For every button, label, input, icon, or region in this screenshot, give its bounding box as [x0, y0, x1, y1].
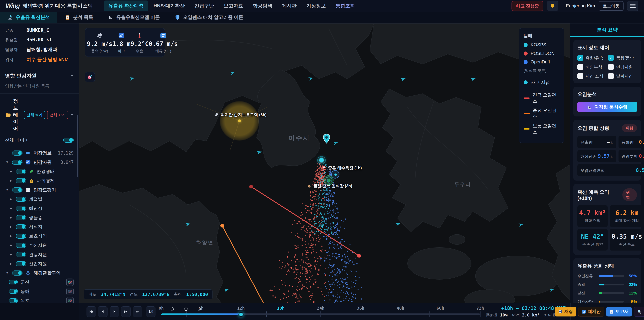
caret-icon[interactable]: ▼	[5, 188, 10, 192]
checkbox-checked-icon[interactable]: ✓	[578, 55, 583, 61]
caret-icon[interactable]: ▼	[5, 271, 10, 275]
layer-toggle[interactable]	[12, 151, 22, 156]
layer-toggle[interactable]	[16, 178, 26, 183]
nav-item-HNS·대기확산[interactable]: HNS·대기확산	[149, 1, 189, 11]
caret-icon[interactable]: ▶	[9, 207, 13, 210]
polygon-analysis-button[interactable]: 다각형 분석수행	[578, 102, 637, 112]
region-row-군산: 군산	[0, 277, 79, 287]
display-option-시간 표시[interactable]: 시간 표시	[578, 73, 606, 79]
layer-toggle[interactable]	[12, 187, 22, 192]
tab-분석 목록[interactable]: 분석 목록	[57, 12, 100, 23]
layer-toggle[interactable]	[9, 289, 18, 294]
recenter-button[interactable]	[85, 72, 95, 82]
region-map-button[interactable]	[66, 278, 74, 286]
layer-toggle[interactable]	[16, 243, 26, 248]
fast-forward-button[interactable]	[121, 306, 131, 317]
display-control-title: 표시 정보 제어	[578, 44, 609, 51]
nav-item-항공탐색[interactable]: 항공탐색	[248, 1, 277, 11]
layer-toggle[interactable]	[16, 197, 26, 202]
layer-toggle[interactable]	[9, 298, 18, 303]
menu-button[interactable]	[627, 1, 638, 11]
display-option-해안부착[interactable]: 해안부착	[578, 64, 606, 70]
display-option-민감자원[interactable]: 민감자원	[608, 64, 637, 70]
region-map-button[interactable]	[66, 288, 74, 295]
forecast-label: 주 확산 방향	[582, 242, 603, 247]
nav-item-유출유 확산예측[interactable]: 유출유 확산예측	[104, 1, 148, 11]
display-option-날짜시간[interactable]: 날짜시간	[608, 73, 637, 79]
layer-toggle[interactable]	[16, 224, 26, 229]
skip-end-button[interactable]	[133, 306, 142, 317]
summary-panel-title: 분석 요약	[570, 24, 644, 37]
caret-icon[interactable]: ▶	[9, 262, 13, 265]
caret-icon[interactable]: ▶	[9, 253, 13, 256]
tab-유출유확산모델 이론[interactable]: 유출유확산모델 이론	[100, 12, 167, 23]
layer-toggle[interactable]	[16, 215, 26, 220]
역추적-button[interactable]: 역추적	[634, 307, 644, 316]
all-layers-off-button[interactable]: 전체 끄기	[47, 111, 68, 119]
layer-item-서식지: ▶서식지	[0, 222, 79, 231]
incident-info-label: 유출량	[5, 37, 26, 43]
fence-deploy-marker-icon[interactable]	[197, 307, 202, 312]
forecast-value: 6.2 km	[615, 209, 638, 216]
layer-toggle[interactable]	[16, 234, 26, 239]
master-layer-toggle[interactable]	[63, 138, 74, 143]
display-option-유향/유속[interactable]: ✓유향/유속	[578, 55, 606, 61]
sensitive-section-header[interactable]: 영향 민감자원 ▼	[0, 68, 79, 83]
checkbox-checked-icon[interactable]: ✓	[608, 55, 614, 61]
caret-icon[interactable]: ▶	[9, 197, 13, 201]
legend-model-POSEIDON: POSEIDON	[524, 51, 560, 56]
fence-deploy-marker-icon[interactable]	[184, 307, 188, 312]
action-button-label: 재계산	[588, 308, 601, 314]
nav-item-보고자료[interactable]: 보고자료	[219, 1, 248, 11]
checkbox-unchecked-icon[interactable]	[608, 64, 614, 70]
sidebar-scrollbar[interactable]	[77, 115, 78, 177]
보고서-button[interactable]: 보고서	[606, 307, 632, 316]
nav-item-게시판[interactable]: 게시판	[278, 1, 301, 11]
timeline-tick-72h: 72h	[476, 306, 484, 310]
caret-icon[interactable]: ▶	[9, 243, 13, 247]
play-button[interactable]	[110, 306, 119, 317]
caret-icon[interactable]: ▶	[9, 170, 13, 173]
timeline-stat-label: 면적	[512, 312, 520, 318]
tab-유출유 확산분석[interactable]: 유출유 확산분석	[0, 12, 57, 23]
재계산-button[interactable]: 재계산	[578, 307, 604, 316]
map-legend: 범례KOSPSPOSEIDONOpenDrift(앙상블 모드)사고 지점긴급 …	[519, 28, 564, 143]
logout-button[interactable]: 로그아웃	[599, 1, 624, 11]
tab-오일펜스 배치 알고리즘 이론[interactable]: 오일펜스 배치 알고리즘 이론	[167, 12, 250, 23]
layer-toggle[interactable]	[12, 160, 22, 165]
action-button-label: 보고서	[616, 308, 629, 314]
notifications-button[interactable]	[547, 1, 558, 11]
checkbox-unchecked-icon[interactable]	[578, 73, 583, 79]
caret-icon[interactable]: ▼	[5, 161, 10, 164]
checkbox-unchecked-icon[interactable]	[578, 64, 583, 70]
display-option-풍향/풍속[interactable]: ✓풍향/풍속	[608, 55, 637, 61]
저장-button[interactable]: 저장	[555, 307, 576, 316]
weathering-bar-펜스차단: 펜스차단5%	[578, 299, 637, 303]
all-layers-on-button[interactable]: 전체 켜기	[24, 111, 45, 119]
fence-deploy-marker-icon[interactable]	[170, 307, 174, 312]
caret-icon[interactable]: ▶	[9, 234, 13, 238]
timeline-thumb[interactable]	[238, 312, 244, 317]
layer-toggle[interactable]	[16, 206, 26, 211]
caret-icon[interactable]: ▶	[9, 179, 13, 182]
stat-value: —	[606, 139, 610, 145]
step-back-button[interactable]	[98, 306, 108, 317]
target-icon	[87, 74, 92, 80]
caret-icon[interactable]: ▶	[9, 225, 13, 228]
layer-toggle[interactable]	[12, 270, 22, 275]
map-canvas[interactable]: 여수시화양면두우리여자만 습지보호구역 (6h)중흥 해수욕장 (1h)돌산 전…	[79, 24, 570, 303]
bar-percent: 58%	[626, 274, 637, 278]
nav-item-기상정보[interactable]: 기상정보	[302, 1, 330, 11]
layer-toggle[interactable]	[16, 169, 26, 174]
layer-toggle[interactable]	[16, 252, 26, 257]
layer-toggle[interactable]	[16, 261, 26, 266]
layer-toggle[interactable]	[9, 280, 18, 284]
caret-icon[interactable]: ▶	[9, 216, 13, 219]
region-map-button[interactable]	[66, 297, 74, 303]
playback-speed-button[interactable]: 1×	[146, 306, 156, 317]
checkbox-unchecked-icon[interactable]	[608, 73, 614, 79]
nav-item-통합조회[interactable]: 통합조회	[331, 1, 360, 11]
nav-item-긴급구난[interactable]: 긴급구난	[190, 1, 218, 11]
master-layer-row: 전체 레이어	[0, 136, 79, 147]
skip-start-button[interactable]	[86, 306, 96, 317]
